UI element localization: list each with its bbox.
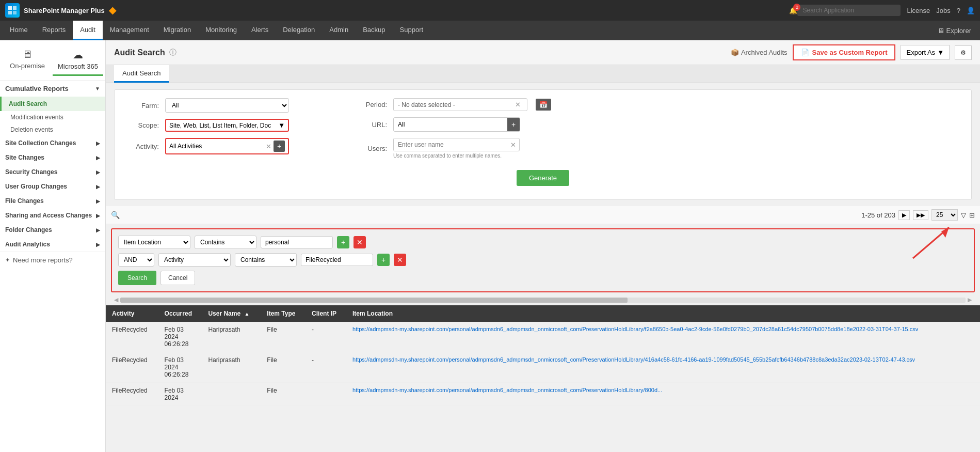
export-as-btn[interactable]: Export As ▼ — [901, 45, 950, 60]
period-input-box: ✕ — [393, 98, 527, 111]
farm-select[interactable]: All — [165, 98, 289, 113]
cumulative-reports-section[interactable]: Cumulative Reports ▼ — [0, 81, 105, 97]
filter-actions: Search Cancel — [118, 271, 968, 285]
cell-item-location[interactable]: https://admpmsdn-my.sharepoint.com/perso… — [346, 352, 980, 383]
horizontal-scrollbar-thumb[interactable] — [120, 298, 628, 303]
tab-audit-search[interactable]: Audit Search — [114, 65, 169, 83]
sidebar-item-site-changes[interactable]: Site Changes ▶ — [0, 150, 105, 165]
columns-icon[interactable]: ⊞ — [969, 211, 975, 219]
users-clear-btn[interactable]: ✕ — [507, 141, 519, 149]
nav-alerts[interactable]: Alerts — [244, 21, 276, 40]
nav-home[interactable]: Home — [3, 21, 35, 40]
arrow-icon: ▶ — [96, 213, 100, 219]
col-username[interactable]: User Name ▲ — [202, 305, 261, 322]
license-link[interactable]: License — [907, 7, 930, 14]
header-actions: 📦 Archived Audits 📄 Save as Custom Repor… — [731, 44, 972, 60]
search-form: Farm: All Scope: ▼ Activity: — [114, 89, 972, 200]
sidebar-item-audit-search[interactable]: Audit Search — [0, 97, 105, 111]
filter-search-icon[interactable]: 🔍 — [111, 211, 120, 219]
filter-delete-row-btn-1[interactable]: ✕ — [354, 236, 366, 248]
sidebar-item-modification-events[interactable]: Modification events — [0, 111, 105, 123]
nav-migration[interactable]: Migration — [156, 21, 198, 40]
activity-add-btn[interactable]: + — [274, 141, 285, 152]
nav-explorer[interactable]: 🖥 Explorer — [931, 21, 977, 40]
env-onpremise-btn[interactable]: 🖥 On-premise — [2, 44, 53, 76]
url-add-btn[interactable]: + — [507, 118, 520, 131]
col-occurred[interactable]: Occurred — [158, 305, 202, 322]
sidebar-item-audit-analytics[interactable]: Audit Analytics ▶ — [0, 237, 105, 252]
filter-cancel-btn[interactable]: Cancel — [160, 271, 195, 285]
sidebar-item-security-changes[interactable]: Security Changes ▶ — [0, 165, 105, 179]
filter-field-select-1[interactable]: Item Location Activity User Name — [118, 236, 190, 249]
logo-icon — [5, 3, 20, 18]
filter-operator-select-1[interactable]: Contains Equals Starts With — [195, 236, 256, 249]
nav-admin[interactable]: Admin — [322, 21, 356, 40]
user-avatar[interactable]: 👤 — [967, 7, 975, 14]
sidebar-item-file-changes[interactable]: File Changes ▶ — [0, 194, 105, 208]
sidebar-item-folder-changes[interactable]: Folder Changes ▶ — [0, 223, 105, 237]
farm-label: Farm: — [123, 102, 159, 110]
period-clear-btn[interactable]: ✕ — [515, 101, 521, 108]
cell-username: Hariprasath — [202, 322, 261, 352]
help-icon[interactable]: ? — [957, 7, 960, 14]
help-circle-icon[interactable]: ⓘ — [169, 48, 176, 57]
save-custom-report-btn[interactable]: 📄 Save as Custom Report — [793, 44, 896, 60]
need-more-reports-link[interactable]: ✦ Need more reports? — [0, 252, 105, 268]
sidebar-item-sharing-access-changes[interactable]: Sharing and Access Changes ▶ — [0, 208, 105, 223]
cell-item-type: File — [261, 383, 306, 406]
scope-input[interactable] — [169, 122, 278, 129]
per-page-select[interactable]: 25 50 100 — [931, 209, 958, 221]
users-input-box: ✕ — [393, 138, 520, 151]
filter-connector-select[interactable]: AND OR — [118, 253, 154, 267]
col-activity[interactable]: Activity — [106, 305, 158, 322]
filter-value-input-2[interactable] — [301, 254, 373, 266]
nav-audit[interactable]: Audit — [73, 21, 103, 40]
nav-support[interactable]: Support — [393, 21, 431, 40]
sidebar-item-site-collection-changes[interactable]: Site Collection Changes ▶ — [0, 136, 105, 150]
filter-field-select-2[interactable]: Activity Item Location User Name — [158, 253, 231, 267]
filter-search-btn[interactable]: Search — [118, 271, 156, 285]
last-page-btn[interactable]: ▶▶ — [913, 210, 928, 220]
nav-monitoring[interactable]: Monitoring — [198, 21, 244, 40]
nav-management[interactable]: Management — [103, 21, 156, 40]
filter-icon[interactable]: ▽ — [961, 211, 966, 219]
sidebar-item-deletion-events[interactable]: Deletion events — [0, 123, 105, 136]
filter-add-row-btn-1[interactable]: + — [337, 236, 349, 248]
env-m365-btn[interactable]: ☁ Microsoft 365 — [53, 44, 103, 76]
nav-reports[interactable]: Reports — [35, 21, 73, 40]
cell-item-type: File — [261, 352, 306, 383]
users-input[interactable] — [394, 138, 507, 151]
activity-clear-btn[interactable]: ✕ — [266, 143, 271, 150]
cell-occurred: Feb 032024 — [158, 383, 202, 406]
scope-dropdown-icon[interactable]: ▼ — [278, 121, 285, 129]
notification-bell[interactable]: 🔔 2 — [789, 7, 797, 14]
url-row: URL: + — [351, 117, 551, 132]
filter-value-input-1[interactable] — [261, 236, 333, 248]
generate-btn[interactable]: Generate — [517, 170, 569, 186]
activity-input[interactable] — [169, 143, 266, 150]
global-search-input[interactable] — [797, 5, 901, 16]
next-page-btn[interactable]: ▶ — [898, 210, 910, 220]
filter-operator-select-2[interactable]: Contains Equals — [235, 253, 297, 267]
archived-audits-btn[interactable]: 📦 Archived Audits — [731, 49, 788, 56]
filter-delete-row-btn-2[interactable]: ✕ — [394, 254, 406, 266]
col-item-type[interactable]: Item Type — [261, 305, 306, 322]
filter-add-row-btn-2[interactable]: + — [377, 254, 390, 266]
archive-icon: 📦 — [731, 49, 739, 56]
settings-icon-btn[interactable]: ⚙ — [955, 45, 972, 60]
jobs-link[interactable]: Jobs — [936, 7, 950, 14]
url-input[interactable] — [394, 118, 507, 131]
users-row: Users: ✕ Use comma separated to enter mu… — [351, 138, 551, 159]
cell-item-location[interactable]: https://admpmsdn-my.sharepoint.com/perso… — [346, 383, 980, 406]
filter-row-1: Item Location Activity User Name Contain… — [118, 236, 968, 249]
col-client-ip[interactable]: Client IP — [306, 305, 346, 322]
chevron-down-icon: ▼ — [937, 49, 944, 56]
col-item-location[interactable]: Item Location — [346, 305, 980, 322]
period-input[interactable] — [398, 101, 515, 108]
nav-backup[interactable]: Backup — [356, 21, 392, 40]
cell-item-location[interactable]: https://admpmsdn-my.sharepoint.com/perso… — [346, 322, 980, 352]
calendar-btn[interactable]: 📅 — [536, 99, 551, 111]
sidebar-item-user-group-changes[interactable]: User Group Changes ▶ — [0, 179, 105, 194]
nav-delegation[interactable]: Delegation — [276, 21, 322, 40]
activity-label: Activity: — [123, 143, 159, 150]
